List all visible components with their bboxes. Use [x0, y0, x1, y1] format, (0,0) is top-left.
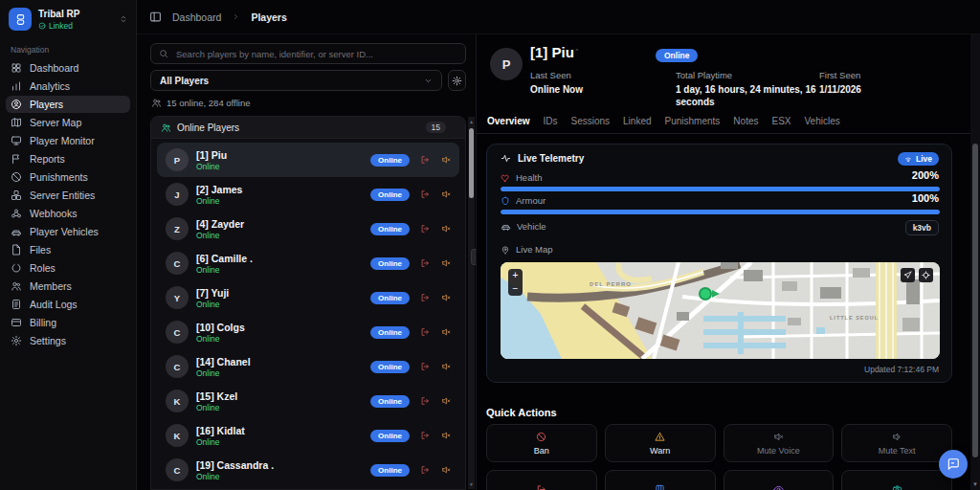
scroll-up-arrow-icon[interactable]: ▲ [468, 119, 475, 124]
sidebar-item-members[interactable]: Members [6, 278, 130, 295]
tab-linked[interactable]: Linked [623, 116, 651, 133]
player-name: [19] Cassandra . [196, 459, 363, 471]
map-zoom-control[interactable]: + − [508, 269, 523, 296]
spectate-action-button[interactable] [724, 470, 835, 490]
sidebar-item-webhooks[interactable]: Webhooks [6, 205, 130, 222]
sidebar-item-player-monitor[interactable]: Player Monitor [6, 132, 130, 149]
map-center-button[interactable] [919, 268, 933, 282]
avatar: Z [166, 217, 189, 240]
player-row[interactable]: Z [4] Zayder Online Online [157, 212, 459, 246]
mute-voice-icon[interactable] [441, 224, 451, 234]
quick-actions-row-1: Ban Warn Mute Voice Mute Text [486, 424, 952, 462]
player-status: Online [196, 231, 363, 240]
kick-icon[interactable] [420, 189, 430, 199]
quick-actions-title: Quick Actions [486, 407, 557, 418]
jail-action-button[interactable] [605, 470, 716, 490]
sidebar-item-reports[interactable]: Reports [6, 150, 130, 167]
kick-icon[interactable] [420, 155, 430, 165]
window-scrollbar[interactable]: ▼ [970, 34, 980, 490]
zoom-in-button[interactable]: + [513, 271, 519, 280]
mute-voice-action-button[interactable]: Mute Voice [724, 424, 835, 462]
search-input[interactable] [174, 48, 457, 60]
sidebar-item-players[interactable]: Players [6, 96, 130, 113]
scroll-down-arrow-icon[interactable]: ▼ [970, 481, 980, 487]
live-map[interactable]: DEL PERRO LITTLE SEOUL + − [501, 262, 940, 359]
player-row[interactable]: K [15] Kzel Online Online [157, 384, 459, 418]
sidebar-item-dashboard[interactable]: Dashboard [6, 59, 130, 77]
sidebar-item-settings[interactable]: Settings [6, 332, 130, 349]
entities-icon [11, 189, 22, 201]
avatar: C [166, 458, 189, 481]
sidebar-item-player-vehicles[interactable]: Player Vehicles [6, 223, 130, 240]
kick-icon[interactable] [420, 224, 430, 234]
mute-voice-icon[interactable] [441, 465, 451, 475]
player-row[interactable]: P [1] Piu Online Online [157, 143, 459, 177]
sidebar-item-punishments[interactable]: Punishments [6, 168, 130, 186]
player-row[interactable]: Y [7] Yuji Online Online [157, 280, 459, 315]
breadcrumb-root[interactable]: Dashboard [172, 11, 221, 23]
window-scrollbar-thumb[interactable] [972, 144, 978, 457]
workspace-name: Tribal RP [38, 9, 119, 19]
mute-voice-icon[interactable] [441, 396, 451, 406]
mute-voice-icon[interactable] [441, 362, 451, 371]
player-row[interactable]: J [2] James Online Online [157, 177, 459, 212]
warn-action-button[interactable]: Warn [605, 424, 716, 462]
sidebar-item-billing[interactable]: Billing [6, 314, 130, 331]
player-row[interactable]: C [19] Cassandra . Online Online [157, 453, 459, 487]
list-settings-button[interactable] [448, 70, 466, 91]
player-row[interactable]: K [16] Kidlat Online Online [157, 418, 459, 453]
kick-icon[interactable] [420, 465, 430, 475]
zoom-out-button[interactable]: − [513, 284, 519, 294]
player-row[interactable]: C [14] Chanel Online Online [157, 349, 459, 384]
kick-icon[interactable] [420, 362, 430, 371]
mute-voice-icon[interactable] [441, 189, 451, 199]
telemetry-title: Live Telemetry [518, 153, 584, 164]
sidebar-item-analytics[interactable]: Analytics [6, 78, 130, 95]
screenshot-action-button[interactable] [841, 470, 952, 490]
wifi-icon [904, 155, 912, 163]
sidebar-toggle-icon[interactable] [149, 11, 162, 23]
chevron-down-icon [424, 77, 433, 85]
list-scrollbar-thumb[interactable] [469, 128, 474, 198]
avatar: K [166, 390, 189, 412]
tab-vehicles[interactable]: Vehicles [804, 116, 839, 133]
player-rows: P [1] Piu Online Online J [2] James Onli… [151, 139, 465, 487]
tab-notes[interactable]: Notes [733, 116, 758, 133]
kick-icon[interactable] [420, 258, 430, 268]
mute-text-action-button[interactable]: Mute Text [841, 424, 952, 462]
tab-punishments[interactable]: Punishments [665, 116, 721, 133]
mute-voice-icon[interactable] [441, 155, 451, 165]
mute-voice-icon[interactable] [441, 293, 451, 302]
sidebar-item-files[interactable]: Files [6, 241, 130, 258]
kick-action-button[interactable] [486, 470, 597, 490]
mute-voice-icon[interactable] [441, 258, 451, 268]
kick-icon[interactable] [420, 293, 430, 302]
mute-voice-icon[interactable] [441, 327, 451, 337]
player-row[interactable]: C [10] Colgs Online Online [157, 315, 459, 349]
sidebar-item-audit-logs[interactable]: Audit Logs [6, 296, 130, 313]
player-filter-select[interactable]: All Players [150, 70, 442, 91]
ban-icon [11, 171, 22, 183]
player-status: Online [196, 162, 363, 171]
sidebar-item-server-entities[interactable]: Server Entities [6, 187, 130, 204]
kick-icon[interactable] [420, 431, 430, 440]
scroll-down-arrow-icon[interactable]: ▼ [468, 481, 475, 487]
tab-esx[interactable]: ESX [771, 116, 791, 133]
list-scrollbar[interactable]: ▲ ▼ [468, 117, 475, 489]
mute-voice-icon [773, 432, 784, 442]
support-chat-button[interactable] [939, 450, 968, 479]
player-status: Online [196, 300, 363, 309]
tab-sessions[interactable]: Sessions [570, 116, 610, 133]
player-row[interactable]: C [6] Camille . Online Online [157, 246, 459, 280]
tab-ids[interactable]: IDs [543, 116, 557, 133]
sidebar-item-roles[interactable]: Roles [6, 259, 130, 277]
tab-overview[interactable]: Overview [487, 116, 529, 133]
mute-voice-icon[interactable] [441, 431, 451, 440]
kick-icon[interactable] [420, 396, 430, 406]
ban-action-button[interactable]: Ban [486, 424, 597, 462]
quick-actions-row-2 [486, 470, 952, 490]
sidebar-item-server-map[interactable]: Server Map [6, 114, 130, 131]
map-locate-button[interactable] [901, 268, 915, 282]
kick-icon[interactable] [420, 327, 430, 337]
workspace-switcher[interactable]: Tribal RP Linked [0, 0, 136, 36]
